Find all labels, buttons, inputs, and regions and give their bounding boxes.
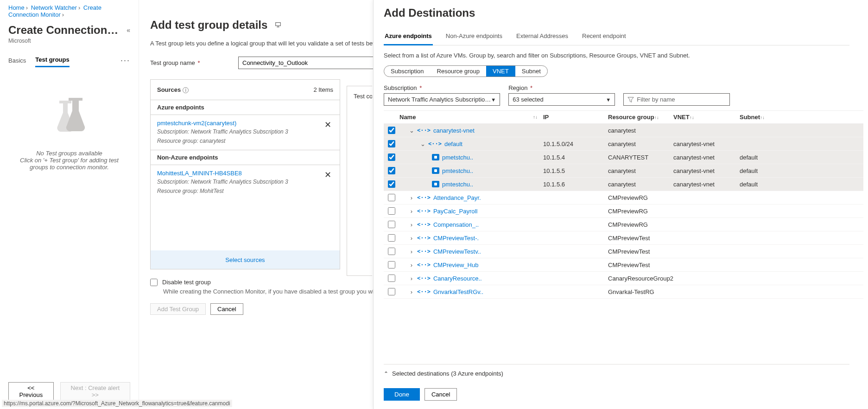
prev-button[interactable]: << Previous <box>8 382 54 401</box>
row-checkbox[interactable] <box>388 207 395 215</box>
select-sources-button[interactable]: Select sources <box>151 250 340 269</box>
tg-name-input[interactable] <box>238 57 377 69</box>
row-checkbox[interactable] <box>388 248 395 255</box>
endpoint-name[interactable]: MohittestLA_MININT-HB4SBE8 <box>157 170 242 177</box>
row-checkbox[interactable] <box>388 261 395 268</box>
row-name[interactable]: pmtestchu.. <box>442 167 473 174</box>
vnet-icon <box>417 262 431 268</box>
empty-state: No Test groups available Click on '+ Tes… <box>8 67 130 377</box>
pill-vnet[interactable]: VNET <box>486 66 515 77</box>
row-name[interactable]: CMPreview_Hub <box>433 262 479 268</box>
table-row[interactable]: ›Compensation_..CMPreviewRG <box>384 218 863 231</box>
expand-icon[interactable]: › <box>409 194 414 201</box>
table-row[interactable]: ›CMPreviewTestv..CMPreviewTest <box>384 245 863 258</box>
collapse-icon[interactable]: ⌄ <box>420 141 425 147</box>
table-row[interactable]: ⌄default10.1.5.0/24canarytestcanarytest-… <box>384 137 863 151</box>
info-icon[interactable]: i <box>183 87 189 93</box>
row-name[interactable]: canarytest-vnet <box>433 127 475 134</box>
row-rg: CanaryResourceGroup2 <box>608 275 673 282</box>
row-checkbox[interactable] <box>388 167 395 174</box>
row-ip: 10.1.5.5 <box>543 167 608 174</box>
row-checkbox[interactable] <box>388 221 395 228</box>
page-title: Create Connection… <box>8 24 118 37</box>
expand-icon[interactable]: › <box>409 208 414 215</box>
tab-test-groups[interactable]: Test groups <box>35 53 69 67</box>
expand-icon[interactable]: › <box>409 235 414 242</box>
region-select[interactable]: 63 selected▼ <box>508 93 615 106</box>
azure-endpoints-header: Azure endpoints <box>151 100 340 115</box>
crumb-home[interactable]: Home <box>8 4 25 11</box>
done-button[interactable]: Done <box>384 388 420 401</box>
row-name[interactable]: GnvarkalTestRGv.. <box>433 288 483 295</box>
row-rg: canarytest <box>608 167 673 174</box>
sort-icon[interactable]: ↑↓ <box>690 115 700 120</box>
sort-icon[interactable]: ↑↓ <box>654 115 665 120</box>
table-row[interactable]: pmtestchu..10.1.5.5canarytestcanarytest-… <box>384 164 863 178</box>
status-bar-url: https://ms.portal.azure.com/?Microsoft_A… <box>2 400 232 407</box>
row-name[interactable]: pmtestchu.. <box>442 181 473 188</box>
selected-destinations-toggle[interactable]: ⌃ Selected destinations (3 Azure endpoin… <box>384 364 849 383</box>
table-row[interactable]: ›Attendance_Payr.CMPreviewRG <box>384 191 863 204</box>
pill-resource-group[interactable]: Resource group <box>431 66 487 77</box>
sort-icon[interactable]: ↑↓ <box>533 115 543 120</box>
row-name[interactable]: Compensation_.. <box>433 221 479 228</box>
row-checkbox[interactable] <box>388 180 395 188</box>
row-checkbox[interactable] <box>388 140 395 147</box>
collapse-icon[interactable]: « <box>127 26 130 34</box>
pin-icon[interactable] <box>275 21 281 29</box>
expand-icon[interactable]: › <box>409 221 414 228</box>
row-name[interactable]: default <box>444 141 463 147</box>
row-name[interactable]: CanaryResource.. <box>433 275 482 282</box>
col-rg[interactable]: Resource group <box>608 114 654 121</box>
expand-icon[interactable]: › <box>409 288 414 295</box>
disable-checkbox[interactable] <box>150 279 158 286</box>
close-icon[interactable]: ✕ <box>323 120 333 130</box>
row-checkbox[interactable] <box>388 234 395 242</box>
row-name[interactable]: CMPreviewTestv.. <box>433 248 481 255</box>
table-row[interactable]: ›CMPreviewTest-.CMPreviewTest <box>384 231 863 245</box>
collapse-icon[interactable]: ⌄ <box>409 127 414 134</box>
col-vnet[interactable]: VNET <box>673 114 690 121</box>
row-name[interactable]: Attendance_Payr. <box>433 194 481 201</box>
tab-basics[interactable]: Basics <box>8 54 26 67</box>
table-row[interactable]: ›CMPreview_HubCMPreviewTest <box>384 258 863 272</box>
chevron-down-icon: ▼ <box>606 97 611 102</box>
expand-icon[interactable]: › <box>409 275 414 282</box>
more-icon[interactable]: ··· <box>120 56 130 65</box>
table-row[interactable]: pmtestchu..10.1.5.6canarytestcanarytest-… <box>384 178 863 191</box>
endpoint-name[interactable]: pmtestchunk-vm2(canarytest) <box>157 120 236 127</box>
row-checkbox[interactable] <box>388 194 395 201</box>
pill-subscription[interactable]: Subscription <box>384 66 431 77</box>
table-row[interactable]: ›GnvarkalTestRGv..Gnvarkal-TestRG <box>384 285 863 299</box>
row-checkbox[interactable] <box>388 288 395 295</box>
table-row[interactable]: ›CanaryResource..CanaryResourceGroup2 <box>384 272 863 285</box>
disable-label: Disable test group <box>162 279 211 286</box>
tab-azure-endpoints[interactable]: Azure endpoints <box>384 29 433 45</box>
cancel-button[interactable]: Cancel <box>210 303 243 315</box>
sort-icon[interactable]: ↑↓ <box>760 115 770 120</box>
col-subnet[interactable]: Subnet <box>740 114 760 121</box>
table-row[interactable]: ›PayCalc_PayrollCMPreviewRG <box>384 204 863 218</box>
table-row[interactable]: pmetstchu..10.1.5.4CANARYTESTcanarytest-… <box>384 151 863 164</box>
expand-icon[interactable]: › <box>409 262 414 268</box>
vnet-icon <box>417 194 431 201</box>
panel-cancel-button[interactable]: Cancel <box>424 388 457 401</box>
row-checkbox[interactable] <box>388 153 395 161</box>
row-name[interactable]: pmetstchu.. <box>442 154 473 161</box>
expand-icon[interactable]: › <box>409 248 414 255</box>
crumb-nw[interactable]: Network Watcher <box>31 4 77 11</box>
close-icon[interactable]: ✕ <box>323 170 333 180</box>
row-checkbox[interactable] <box>388 127 395 134</box>
tab-recent-endpoint[interactable]: Recent endpoint <box>581 29 627 45</box>
col-name[interactable]: Name <box>399 114 416 121</box>
pill-subnet[interactable]: Subnet <box>515 66 547 77</box>
row-checkbox[interactable] <box>388 275 395 282</box>
table-row[interactable]: ⌄canarytest-vnetcanarytest <box>384 124 863 137</box>
row-name[interactable]: PayCalc_Payroll <box>433 208 477 215</box>
col-ip[interactable]: IP <box>543 114 549 121</box>
tab-nonazure-endpoints[interactable]: Non-Azure endpoints <box>445 29 503 45</box>
row-name[interactable]: CMPreviewTest-. <box>433 235 479 242</box>
subscription-select[interactable]: Network Traffic Analytics Subscriptio…▼ <box>384 93 500 106</box>
filter-input[interactable]: Filter by name <box>623 93 730 106</box>
tab-external-addresses[interactable]: External Addresses <box>515 29 569 45</box>
